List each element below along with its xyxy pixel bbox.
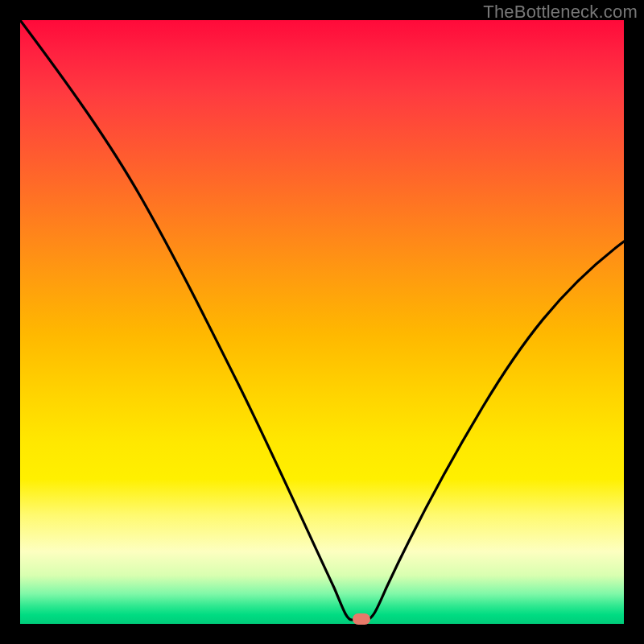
bottleneck-curve-path — [20, 20, 624, 620]
plot-area — [20, 20, 624, 624]
curve-layer — [20, 20, 624, 624]
watermark-text: TheBottleneck.com — [483, 2, 638, 23]
optimal-point-marker — [353, 613, 370, 625]
